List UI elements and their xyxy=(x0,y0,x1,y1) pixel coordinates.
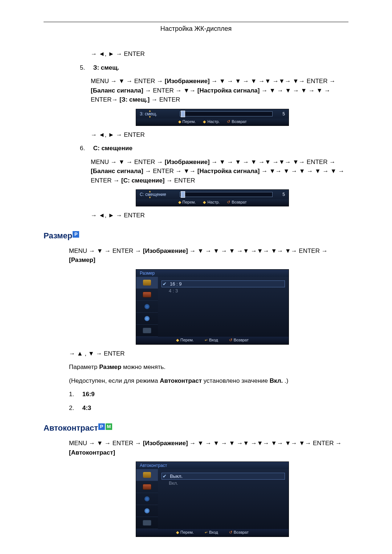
osd-foot-back-label: Возврат xyxy=(234,338,249,342)
osd-foot-move-label: Перем. xyxy=(183,200,196,204)
osd-sidebar xyxy=(136,277,158,337)
osd-slider-value: 5 xyxy=(276,192,285,197)
step5-path-tuning: [Настройка сигнала] xyxy=(197,87,260,94)
step5-prenav: → ◄, ► → ENTER xyxy=(91,49,345,59)
osd-side-circ1-icon xyxy=(136,301,158,313)
osd-option-2-label: 4 : 3 xyxy=(169,288,178,294)
osd-side-media-icon xyxy=(136,517,158,529)
size-postnav: → ▲ , ▼ → ENTER xyxy=(69,349,345,358)
circle-icon xyxy=(144,496,150,501)
size-path-target: [Размер] xyxy=(69,257,95,263)
osd-side-circ2-icon xyxy=(136,313,158,325)
size-para2-prefix: (Недоступен, если для режима xyxy=(69,377,160,384)
back-icon: ↺ xyxy=(227,200,230,204)
badge-p-icon: P xyxy=(98,423,105,430)
osd-down-arrow-icon: ▼ xyxy=(148,196,151,199)
adjust-icon: ◆ xyxy=(203,119,206,124)
step5-path-mid1: → ▼ → ▼ → ▼ →▼ →▼→ ▼→ ENTER → xyxy=(211,78,335,85)
step6-path-end: → ENTER xyxy=(166,177,195,184)
auto-path: MENU → ▼ → ENTER → [Изображение] → ▼ → ▼… xyxy=(69,439,345,457)
osd-option-2: Вкл. xyxy=(162,480,285,486)
osd-foot-enter: ↵Вход xyxy=(205,338,218,342)
osd-option-1-label: Выкл. xyxy=(170,473,183,479)
size-list-1-val: 16:9 xyxy=(82,391,95,398)
size-heading-text: Размер xyxy=(44,231,72,240)
size-osd-menu: Размер ✔16 : 9 4 : 3 ◆Перем. ↵Вход ↺Возв… xyxy=(136,269,289,345)
step5-path-prefix: MENU → ▼ → ENTER → xyxy=(91,78,165,85)
size-list-2-num: 2. xyxy=(69,403,81,413)
media-icon xyxy=(143,520,151,526)
osd-slider-label: ▲ С: смещение ▼ xyxy=(140,192,180,197)
page-header-title: Настройка ЖК-дисплея xyxy=(44,25,348,33)
osd-foot-move: ◆Перем. xyxy=(178,119,196,124)
osd-foot-move-label: Перем. xyxy=(180,338,194,342)
size-para1-prefix: Параметр xyxy=(69,364,99,370)
osd-foot-back-label: Возврат xyxy=(232,119,246,124)
size-para2-mid: установлено значение xyxy=(204,377,270,384)
osd-down-arrow-icon: ▼ xyxy=(148,115,151,119)
osd-side-monitor-icon xyxy=(136,289,158,301)
osd-slider-row: ▲ С: смещение ▼ 5 xyxy=(136,190,289,199)
osd-content: ✔Выкл. Вкл. xyxy=(158,469,289,529)
adjust-icon: ◆ xyxy=(203,200,206,204)
size-para2-b1: Автоконтраст xyxy=(160,377,202,384)
osd-foot-enter: ↵Вход xyxy=(205,530,218,535)
osd-side-circ2-icon xyxy=(136,505,158,517)
osd-foot-move: ◆Перем. xyxy=(178,200,196,205)
size-para2-b2: Вкл. xyxy=(270,377,283,384)
size-path-image: [Изображение] xyxy=(143,247,188,254)
size-list-1: 1. 16:9 xyxy=(69,390,345,399)
osd-foot-adjust: ◆Настр. xyxy=(203,200,220,205)
step5-path-end: → ENTER xyxy=(151,96,180,103)
move-icon: ◆ xyxy=(178,200,181,204)
osd-option-1-label: 16 : 9 xyxy=(170,281,182,287)
media-icon xyxy=(143,328,151,333)
step6-path-prefix: MENU → ▼ → ENTER → xyxy=(91,159,165,165)
osd-menu-body: ✔Выкл. Вкл. xyxy=(136,469,289,529)
size-path: MENU → ▼ → ENTER → [Изображение] → ▼ → ▼… xyxy=(69,246,345,265)
osd-option-2-label: Вкл. xyxy=(169,480,178,486)
osd-foot-enter-label: Вход xyxy=(209,338,218,342)
auto-path-prefix: MENU → ▼ → ENTER → xyxy=(69,440,143,447)
move-icon: ◆ xyxy=(176,338,179,342)
step6-path-mid2: → ENTER → ▼→ xyxy=(145,168,197,175)
enter-icon: ↵ xyxy=(205,338,208,342)
step5-osd-slider: ▲ З: смещ. ▼ 5 ◆Перем. ◆Настр. ↺Возврат xyxy=(136,109,289,126)
osd-sidebar xyxy=(136,469,158,529)
check-icon: ✔ xyxy=(163,281,168,287)
osd-foot-back: ↺Возврат xyxy=(227,200,246,205)
step6-path: MENU → ▼ → ENTER → [Изображение] → ▼ → ▼… xyxy=(91,157,345,185)
page-content: → ◄, ► → ENTER 5. З: смещ. MENU → ▼ → EN… xyxy=(80,49,345,537)
osd-foot-adjust-label: Настр. xyxy=(207,200,220,204)
step6-number: 6. xyxy=(80,144,91,153)
size-list-1-num: 1. xyxy=(69,390,81,399)
osd-option-1: ✔16 : 9 xyxy=(162,280,285,287)
size-para1: Параметр Размер можно менять. xyxy=(69,362,345,372)
back-icon: ↺ xyxy=(229,338,232,342)
osd-slider-thumb xyxy=(181,191,185,198)
osd-foot-move: ◆Перем. xyxy=(176,530,194,535)
osd-foot-back: ↺Возврат xyxy=(229,530,249,535)
header-rule xyxy=(44,22,348,22)
enter-icon: ↵ xyxy=(205,530,208,534)
circle-icon xyxy=(144,304,150,309)
osd-foot-back-label: Возврат xyxy=(232,200,246,204)
osd-menu-title: Автоконтраст xyxy=(136,462,289,469)
move-icon: ◆ xyxy=(178,119,181,124)
circle-alt-icon xyxy=(144,316,150,321)
size-para1-bold: Размер xyxy=(99,364,121,370)
osd-content: ✔16 : 9 4 : 3 xyxy=(158,277,289,337)
osd-side-monitor-icon xyxy=(136,481,158,493)
step5-path-image: [Изображение] xyxy=(165,78,210,85)
auto-section-heading: АвтоконтрастPM xyxy=(44,423,345,433)
badge-m-icon: M xyxy=(106,423,112,430)
osd-foot-adjust: ◆Настр. xyxy=(203,119,220,124)
osd-slider-footer: ◆Перем. ◆Настр. ↺Возврат xyxy=(136,119,289,126)
osd-menu-footer: ◆Перем. ↵Вход ↺Возврат xyxy=(136,529,289,537)
osd-side-image-icon xyxy=(136,469,158,481)
size-path-prefix: MENU → ▼ → ENTER → xyxy=(69,247,143,254)
auto-path-target: [Автоконтраст] xyxy=(69,449,115,456)
osd-foot-move-label: Перем. xyxy=(180,530,194,534)
monitor-icon xyxy=(143,484,151,490)
osd-slider-value: 5 xyxy=(276,111,285,116)
